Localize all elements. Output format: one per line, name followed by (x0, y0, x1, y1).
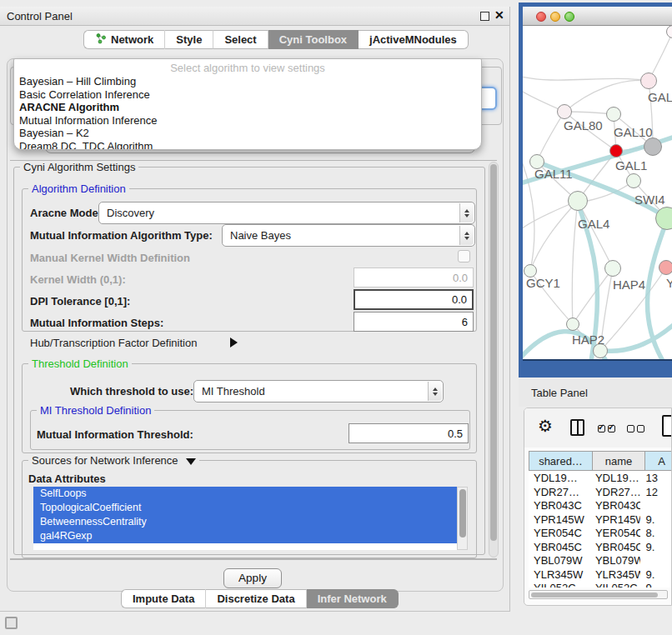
algorithm-definition-title: Algorithm Definition (28, 182, 129, 195)
which-threshold-combobox[interactable]: MI Threshold (193, 380, 444, 402)
table-cell: YDR27… (590, 486, 641, 500)
collapse-down-icon[interactable] (186, 458, 196, 465)
network-node[interactable] (644, 138, 662, 156)
tab-label: jActiveMNodules (369, 33, 457, 46)
collapsed-panel-icon[interactable] (5, 617, 18, 629)
algorithm-option[interactable]: Bayesian – Hill Climbing (14, 75, 481, 88)
mi-steps-field[interactable]: 6 (354, 312, 474, 332)
mi-type-combobox[interactable]: Naive Bayes (222, 224, 475, 247)
scrollbar-thumb[interactable] (459, 489, 466, 538)
table-row[interactable]: YIL052CYIL052C9 (529, 582, 672, 588)
algorithm-option[interactable]: Mutual Information Inference (14, 114, 481, 128)
tab-label: Select (224, 33, 256, 46)
minimize-traffic-light-icon[interactable] (550, 12, 560, 22)
sources-title-text: Sources for Network Inference (32, 454, 178, 467)
tab-impute-data[interactable]: Impute Data (121, 589, 206, 608)
tab-discretize-data[interactable]: Discretize Data (206, 589, 306, 608)
data-attribute-item[interactable]: gal4RGexp (33, 529, 457, 543)
table-row[interactable]: YDR27…YDR27…12 (529, 486, 672, 500)
network-node-gal1[interactable] (609, 144, 623, 158)
table-row[interactable]: YDL19…YDL19…13 (529, 472, 672, 486)
table-cell: YPR145W (529, 513, 590, 528)
close-icon[interactable]: ✕ (494, 8, 504, 22)
tab-style[interactable]: Style (165, 30, 213, 49)
table-row[interactable]: YLR345WYLR345W9. (529, 568, 672, 582)
tab-cyni-toolbox[interactable]: Cyni Toolbox (268, 30, 359, 49)
table-row[interactable]: YBR043CYBR043C (529, 499, 672, 513)
float-window-icon[interactable] (480, 12, 489, 21)
mi-threshold-field[interactable]: 0.5 (349, 423, 469, 443)
close-traffic-light-icon[interactable] (536, 12, 546, 22)
show-checked-columns-icon[interactable] (598, 425, 615, 432)
data-attribute-item[interactable]: BetweennessCentrality (33, 515, 457, 529)
column-header-shared[interactable]: shared… (529, 451, 593, 471)
tab-network[interactable]: Network (83, 30, 165, 49)
zoom-traffic-light-icon[interactable] (564, 12, 574, 22)
aracne-mode-combobox[interactable]: Discovery (98, 202, 475, 224)
algorithm-option[interactable]: Basic Correlation Inference (14, 88, 481, 102)
columns-icon[interactable] (570, 419, 584, 436)
kernel-width-field[interactable]: 0.0 (354, 268, 474, 288)
data-attribute-item[interactable]: TopologicalCoefficient (33, 501, 457, 515)
algorithm-option[interactable]: Bayesian – K2 (14, 127, 481, 140)
table-cell: YBR043C (590, 499, 641, 513)
tab-infer-network[interactable]: Infer Network (307, 589, 399, 608)
gear-icon[interactable]: ⚙ (538, 416, 553, 436)
settings-vertical-scrollbar[interactable] (489, 162, 499, 558)
dpi-tolerance-field[interactable]: 0.0 (354, 289, 474, 310)
algorithm-option[interactable]: ARACNE Algorithm (14, 101, 481, 114)
scrollbar-thumb[interactable] (490, 164, 497, 541)
stepper-icon[interactable] (459, 226, 474, 245)
network-node[interactable] (655, 207, 672, 230)
network-node-hap2[interactable] (566, 318, 579, 331)
scrollbar-thumb[interactable] (531, 592, 658, 598)
tab-label: Impute Data (133, 592, 194, 605)
network-node-hap4[interactable] (604, 260, 621, 277)
node-label-swi4: SWI4 (634, 192, 665, 207)
tab-label: Style (176, 33, 202, 46)
network-node-gal7[interactable] (640, 72, 657, 89)
cyni-settings-group-title: Cyni Algorithm Settings (20, 161, 138, 173)
table-row[interactable]: YPR145WYPR145W9. (529, 513, 672, 528)
table-toolbar: ⚙ (524, 408, 671, 448)
node-label-gal4: GAL4 (578, 217, 609, 231)
expand-right-icon[interactable] (230, 338, 238, 348)
apply-button[interactable]: Apply (223, 568, 282, 588)
screen: Control Panel ✕ NetworkStyleSelectCyni T… (0, 0, 672, 635)
table-row[interactable]: YER054CYER054C8. (529, 527, 672, 541)
dpi-tolerance-label: DPI Tolerance [0,1]: (30, 295, 130, 308)
table-cell: YDL19… (590, 472, 641, 486)
column-header-name[interactable]: name (593, 451, 645, 471)
stepper-icon[interactable] (428, 382, 442, 401)
stepper-icon[interactable] (459, 203, 474, 222)
table-row[interactable]: YBR045CYBR045C9. (529, 541, 672, 555)
tab-jactivemnodules[interactable]: jActiveMNodules (359, 30, 469, 49)
network-node-gal80[interactable] (557, 104, 572, 119)
attributes-scrollbar[interactable] (457, 487, 468, 550)
table-cell: YBL079W (590, 554, 641, 568)
network-node-swi4[interactable] (626, 173, 641, 188)
algorithm-placeholder: Select algorithm to view settings (14, 59, 481, 75)
hide-columns-icon[interactable] (627, 425, 644, 432)
node-label-hap4: HAP4 (613, 278, 645, 292)
table-body: YDL19…YDL19…13YDR27…YDR27…12YBR043CYBR04… (529, 472, 672, 588)
tab-select[interactable]: Select (213, 30, 268, 49)
data-attribute-item[interactable]: SelfLoops (33, 487, 457, 501)
kernel-width-label: Kernel Width (0,1): (30, 273, 126, 286)
table-cell: 9. (640, 541, 672, 555)
table-horizontal-scrollbar[interactable] (529, 590, 668, 599)
network-icon (95, 32, 107, 47)
manual-kernel-label: Manual Kernel Width Definition (30, 252, 190, 264)
table-row[interactable]: YBL079WYBL079W (529, 554, 672, 568)
column-header-a[interactable]: A (645, 451, 672, 471)
table-cell: 8. (640, 527, 672, 541)
network-node-y[interactable] (659, 260, 672, 275)
network-node-gal4[interactable] (568, 191, 588, 211)
network-canvas[interactable]: GAL7GAL80GAL10GAL1GAL11SWI4GAL4GCY1HAP4Y… (523, 26, 672, 361)
export-table-icon[interactable] (662, 415, 672, 437)
tab-label: Cyni Toolbox (279, 33, 347, 46)
control-panel-titlebar: Control Panel ✕ (0, 7, 509, 26)
network-node-gal10[interactable] (606, 107, 621, 122)
manual-kernel-checkbox[interactable] (458, 250, 470, 262)
algorithm-option[interactable]: Dream8 DC_TDC Algorithm (14, 140, 481, 151)
